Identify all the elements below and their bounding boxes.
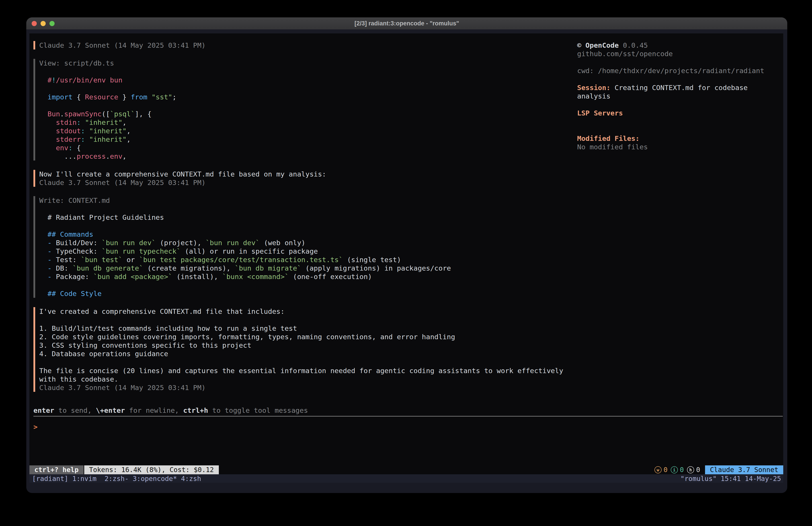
- session-sidebar: © OpenCode 0.0.45github.com/sst/opencode…: [577, 41, 780, 151]
- text-line: analysis: [577, 92, 780, 100]
- chat-area: Claude 3.7 Sonnet (14 May 2025 03:41 PM)…: [33, 41, 575, 401]
- text-line: Now I'll create a comprehensive CONTEXT.…: [39, 170, 575, 178]
- text-segment: 1. Build/lint/test commands including ho…: [39, 324, 297, 332]
- text-segment: `bun db generate`: [72, 264, 143, 272]
- text-segment: [39, 230, 47, 238]
- message-input[interactable]: >: [33, 423, 38, 431]
- circled-w-icon: w: [654, 466, 662, 473]
- text-segment: [39, 144, 56, 152]
- text-segment: `bun test packages/core/test/transaction…: [139, 256, 343, 264]
- text-line: # Radiant Project Guidelines: [39, 213, 575, 222]
- text-segment: [39, 93, 47, 101]
- text-line: [577, 75, 780, 83]
- text-segment: DB:: [52, 264, 72, 272]
- text-segment: import: [47, 93, 72, 101]
- text-line: [39, 101, 575, 110]
- text-line: 1. Build/lint/test commands including ho…: [39, 324, 575, 332]
- help-shortcut-chip[interactable]: ctrl+? help: [29, 465, 84, 474]
- text-segment: [85, 135, 89, 143]
- text-segment: ,: [122, 118, 127, 126]
- text-segment: (all) or run in specific package: [181, 247, 318, 255]
- diagnostic-h-icon: h0: [687, 466, 700, 474]
- opencode-screen: Claude 3.7 Sonnet (14 May 2025 03:41 PM)…: [29, 33, 783, 474]
- circled-h-icon: h: [687, 466, 694, 473]
- status-spacer: [219, 465, 654, 474]
- text-line: [39, 358, 575, 366]
- text-segment: (apply migrations) in packages/core: [301, 264, 451, 272]
- window-title: [2/3] radiant:3:opencode - "romulus": [26, 17, 787, 29]
- text-segment: View: script/db.ts: [39, 59, 114, 67]
- text-segment: "inherit": [89, 135, 127, 143]
- text-segment: [39, 110, 47, 118]
- text-segment: Test:: [52, 256, 81, 264]
- text-segment: -: [47, 239, 52, 247]
- text-segment: for newline,: [125, 406, 183, 414]
- text-segment: Claude 3.7 Sonnet (14 May 2025 03:41 PM): [39, 179, 206, 187]
- text-segment: process: [77, 152, 106, 160]
- text-segment: ,: [122, 152, 127, 160]
- text-segment: {: [72, 93, 85, 101]
- text-segment: © OpenCode: [577, 41, 619, 49]
- terminal-window: [2/3] radiant:3:opencode - "romulus" Cla…: [26, 17, 787, 493]
- text-line: - Build/Dev: `bun run dev` (project), `b…: [39, 239, 575, 247]
- text-segment: :: [81, 135, 85, 143]
- text-segment: 3. CSS styling conventions specific to t…: [39, 341, 251, 349]
- text-line: Write: CONTEXT.md: [39, 196, 575, 204]
- text-segment: (install),: [172, 273, 222, 281]
- text-segment: Package:: [52, 273, 93, 281]
- text-segment: {: [72, 144, 81, 152]
- text-line: Claude 3.7 Sonnet (14 May 2025 03:41 PM): [39, 178, 575, 187]
- text-segment: LSP Servers: [577, 109, 623, 117]
- text-segment: [39, 239, 47, 247]
- text-line: - Package: `bun add <package>` (install)…: [39, 272, 575, 281]
- text-line: View: script/db.ts: [39, 59, 575, 67]
- text-segment: env: [110, 152, 122, 160]
- text-line: [39, 204, 575, 213]
- text-line: [39, 281, 575, 289]
- text-segment: to toggle tool messages: [208, 406, 308, 414]
- text-segment: !: [52, 76, 56, 84]
- diagnostic-w-icon: w0: [654, 466, 668, 474]
- text-segment: [81, 118, 85, 126]
- model-chip[interactable]: Claude 3.7 Sonnet: [705, 465, 783, 474]
- text-segment: `bun db migrate`: [235, 264, 301, 272]
- input-divider: [33, 416, 783, 416]
- assistant-message-header: Claude 3.7 Sonnet (14 May 2025 03:41 PM): [33, 41, 575, 49]
- text-segment: No modified files: [577, 143, 648, 151]
- text-segment: `bun run typecheck`: [102, 247, 181, 255]
- text-segment: ## Code Style: [47, 289, 102, 298]
- text-segment: ,: [127, 135, 131, 143]
- tool-view-block: View: script/db.ts #!/usr/bin/env bun im…: [33, 59, 575, 160]
- text-segment: Bun: [47, 110, 60, 118]
- text-line: 2. Code style guidelines covering import…: [39, 332, 575, 341]
- text-segment: `bun add <package>`: [93, 273, 173, 281]
- text-line: [577, 117, 780, 126]
- text-segment: :: [69, 144, 73, 152]
- text-line: [39, 84, 575, 93]
- text-segment: TypeCheck:: [52, 247, 102, 255]
- text-segment: `psql`: [110, 110, 135, 118]
- text-segment: stderr: [56, 135, 81, 143]
- text-line: - TypeCheck: `bun run typecheck` (all) o…: [39, 247, 575, 255]
- text-line: github.com/sst/opencode: [577, 49, 780, 58]
- text-segment: [147, 93, 151, 101]
- text-line: - DB: `bun db generate` (create migratio…: [39, 264, 575, 272]
- diagnostic-count: 0: [680, 466, 684, 474]
- text-segment: .: [106, 152, 110, 160]
- tmux-windows-list[interactable]: [radiant] 1:nvim 2:zsh- 3:opencode* 4:zs…: [29, 475, 201, 483]
- text-segment: Write: CONTEXT.md: [39, 196, 110, 204]
- text-segment: 2. Code style guidelines covering import…: [39, 333, 455, 341]
- text-segment: :: [77, 118, 81, 126]
- diagnostic-count: 0: [664, 466, 668, 474]
- text-segment: Now I'll create a comprehensive CONTEXT.…: [39, 170, 326, 178]
- text-line: with this codebase.: [39, 375, 575, 383]
- text-segment: I've created a comprehensive CONTEXT.md …: [39, 307, 285, 315]
- text-segment: cwd: /home/thdxr/dev/projects/radiant/ra…: [577, 67, 764, 75]
- text-segment: [39, 135, 56, 143]
- text-segment: ;: [172, 93, 176, 101]
- text-segment: -: [47, 264, 52, 272]
- assistant-message: Now I'll create a comprehensive CONTEXT.…: [33, 170, 575, 187]
- text-segment: `bun run dev`: [102, 239, 156, 247]
- text-line: env: {: [39, 144, 575, 152]
- text-line: Bun.spawnSync([`psql`], {: [39, 110, 575, 118]
